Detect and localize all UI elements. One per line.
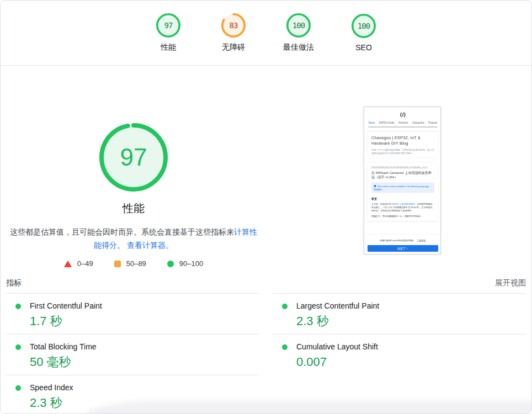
- thumbnail-cookie-banner: 此网站使用Cookie来改善您的体验。了解更多 知道了！: [364, 235, 441, 254]
- cookie-accept-button: 知道了！: [368, 245, 438, 252]
- site-logo-icon: ⟨/⟩: [364, 107, 441, 118]
- page-screenshot-thumbnail[interactable]: ⟨/⟩ Home ESP32-Guide Archives Categories…: [364, 107, 441, 254]
- performance-main-score: 97: [99, 123, 168, 192]
- metric-label-row: Total Blocking Time: [15, 342, 259, 352]
- thumbnail-paragraph-1: 几年前，曾尝试过在 ESP32 上实现串流操作，当时硬件瓶颈在显示屏上，一块 1…: [371, 203, 434, 213]
- performance-section-title: 性能: [123, 201, 145, 216]
- view-calculator-link[interactable]: 查看计算器。: [127, 241, 173, 250]
- thumbnail-nav-projects: Projects: [428, 121, 437, 124]
- thumbnail-nav-categories: Categories: [412, 121, 424, 124]
- description-text: 这些都是估算值，且可能会因时而异。系统会直接基于这些指标来: [10, 227, 234, 236]
- metric-name: First Contentful Paint: [30, 301, 102, 311]
- accessibility-score-gauge: 83: [221, 13, 246, 38]
- metric-value: 0.007: [296, 354, 526, 369]
- performance-summary-block: 97 性能 这些都是估算值，且可能会因时而异。系统会直接基于这些指标来计算性能得…: [1, 123, 267, 268]
- legend-pass-range: 90–100: [167, 259, 203, 268]
- thumbnail-site-title: Chaosgoo | ESP32, IoT & Hardware DIY Blo…: [371, 135, 434, 146]
- pass-dot-icon: [282, 304, 288, 309]
- para1-pre: 几年前，曾尝试过在: [371, 203, 392, 206]
- best-practices-score-gauge: 100: [286, 13, 311, 38]
- metrics-column-left: First Contentful Paint 1.7 秒 Total Block…: [6, 293, 259, 414]
- metric-name: Speed Index: [30, 383, 73, 392]
- performance-category-label: 性能: [161, 43, 176, 52]
- thumbnail-nav: Home ESP32-Guide Archives Categories Pro…: [364, 121, 441, 124]
- performance-score-value: 97: [156, 13, 180, 38]
- category-performance[interactable]: 97 性能: [136, 13, 201, 52]
- metric-name: Largest Contentful Paint: [296, 301, 379, 311]
- thumbnail-post-title: 在 M5Stack Cardputer 上实现远程桌面串流（基于 H.264）: [371, 171, 434, 179]
- best-practices-score-value: 100: [286, 13, 311, 38]
- next-section-edge: [83, 401, 532, 414]
- metric-label-row: Largest Contentful Paint: [282, 301, 526, 311]
- thumbnail-paragraph-2: 时隔五年，我决定重新制作一次，将硬件环境换成…: [371, 215, 434, 218]
- thumbnail-site-tagline: 这是一个个人维护的技术博客，主要文章记录是 ESP32、嵌入式系统以及使用 DI…: [371, 148, 434, 155]
- metric-label-row: Speed Index: [15, 383, 259, 392]
- metric-name: Cumulative Layout Shift: [296, 342, 378, 352]
- expand-view-button[interactable]: 展开视图: [495, 278, 526, 288]
- triangle-icon: [64, 261, 72, 267]
- lighthouse-report-card: 97 性能 83 无障碍 100 最佳做法 100 SEO 97: [0, 0, 532, 414]
- category-seo[interactable]: 100 SEO: [331, 14, 396, 52]
- metric-value: 50 毫秒: [30, 354, 259, 369]
- legend-pass-label: 90–100: [179, 259, 203, 268]
- pass-dot-icon: [15, 304, 21, 309]
- notice-text: This article is also available in the fo…: [377, 185, 430, 188]
- thumbnail-post-card: 18 HOURS AGO发布 18 HOURS AGO更新 12.5分钟读完（大…: [368, 162, 438, 221]
- seo-score-gauge: 100: [352, 14, 376, 38]
- thumbnail-divider: [369, 127, 438, 128]
- thumbnail-section-heading: 背景: [371, 197, 434, 201]
- pass-dot-icon: [15, 344, 21, 350]
- thumbnail-nav-archives: Archives: [398, 121, 408, 124]
- category-best-practices[interactable]: 100 最佳做法: [266, 13, 331, 52]
- metric-name: Total Blocking Time: [30, 342, 97, 352]
- notice-english-link: English.: [374, 188, 382, 191]
- legend-fail-range: 0–49: [64, 259, 93, 268]
- thumbnail-page-content: ⟨/⟩ Home ESP32-Guide Archives Categories…: [364, 107, 441, 254]
- para1-link: ESP32 上实现串流操作: [392, 203, 415, 206]
- thumbnail-hero-card: Chaosgoo | ESP32, IoT & Hardware DIY Blo…: [368, 132, 438, 158]
- category-accessibility[interactable]: 83 无障碍: [201, 13, 266, 52]
- score-range-legend: 0–49 50–89 90–100: [64, 259, 203, 268]
- thumbnail-nav-home: Home: [369, 121, 375, 124]
- performance-main-gauge: 97: [99, 123, 168, 192]
- metric-label-row: Cumulative Layout Shift: [282, 342, 526, 352]
- metric-label-row: First Contentful Paint: [15, 301, 259, 311]
- performance-score-gauge: 97: [156, 13, 180, 38]
- metrics-section-title: 指标: [6, 278, 22, 288]
- legend-average-label: 50–89: [126, 259, 146, 268]
- square-icon: [114, 261, 121, 267]
- report-main-area: 97 性能 这些都是估算值，且可能会因时而异。系统会直接基于这些指标来计算性能得…: [1, 66, 531, 414]
- accessibility-score-value: 83: [221, 13, 246, 38]
- thumbnail-language-notice: This article is also available in the fo…: [371, 183, 434, 193]
- seo-category-label: SEO: [355, 43, 372, 52]
- metric-largest-contentful-paint: Largest Contentful Paint 2.3 秒: [273, 294, 526, 335]
- metric-cumulative-layout-shift: Cumulative Layout Shift 0.007: [273, 335, 526, 375]
- metrics-section: 指标 展开视图 First Contentful Paint 1.7 秒: [1, 274, 531, 414]
- best-practices-category-label: 最佳做法: [283, 43, 314, 52]
- metric-value: 1.7 秒: [30, 314, 259, 328]
- category-score-header: 97 性能 83 无障碍 100 最佳做法 100 SEO: [1, 1, 531, 66]
- metric-value: 2.3 秒: [296, 314, 526, 328]
- circle-icon: [167, 261, 174, 267]
- thumbnail-post-meta: 18 HOURS AGO发布 18 HOURS AGO更新 12.5分钟读完（大…: [371, 166, 434, 168]
- metric-total-blocking-time: Total Blocking Time 50 毫秒: [6, 335, 259, 375]
- legend-average-range: 50–89: [114, 259, 146, 268]
- metrics-header-row: 指标 展开视图: [1, 274, 531, 293]
- accessibility-category-label: 无障碍: [222, 43, 245, 52]
- pass-dot-icon: [15, 385, 21, 391]
- globe-icon: [374, 185, 376, 187]
- pass-dot-icon: [282, 344, 288, 350]
- metric-first-contentful-paint: First Contentful Paint 1.7 秒: [6, 294, 259, 335]
- performance-description: 这些都是估算值，且可能会因时而异。系统会直接基于这些指标来计算性能得分。 查看计…: [8, 225, 259, 252]
- metrics-column-right: Largest Contentful Paint 2.3 秒 Cumulativ…: [273, 293, 526, 414]
- cookie-learn-more-link: 了解更多: [417, 240, 426, 242]
- thumbnail-nav-esp32-guide: ESP32-Guide: [379, 121, 395, 124]
- legend-fail-label: 0–49: [77, 259, 93, 268]
- cookie-text: 此网站使用Cookie来改善您的体验。: [380, 240, 415, 242]
- metrics-grid: First Contentful Paint 1.7 秒 Total Block…: [1, 293, 531, 414]
- seo-score-value: 100: [352, 14, 376, 38]
